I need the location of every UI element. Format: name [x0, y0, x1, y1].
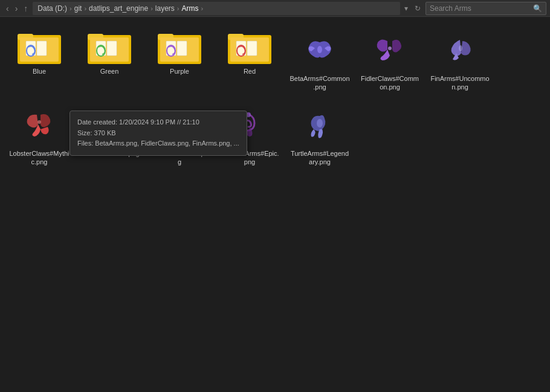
breadcrumb-layers[interactable]: layers [155, 4, 175, 13]
nav-arrows: ‹ › ↑ [4, 2, 30, 14]
svg-point-24 [317, 46, 322, 53]
search-input[interactable] [430, 4, 531, 13]
back-button[interactable]: ‹ [4, 2, 11, 14]
search-icon: 🔍 [533, 4, 542, 13]
sep-3: › [150, 5, 153, 12]
folder-blue-icon [18, 28, 61, 64]
breadcrumb-datlips[interactable]: datlips_art_engine [89, 4, 148, 13]
up-button[interactable]: ↑ [21, 2, 30, 14]
lobster-claws-label: LobsterClaws#Mythic.png [9, 149, 70, 167]
sep-5: › [201, 5, 204, 12]
svg-point-31 [317, 119, 323, 127]
tooltip-popup: Date created: 1/20/2024 9:10 PM // 21:10… [70, 111, 247, 156]
folder-red[interactable]: Red [216, 23, 283, 94]
svg-rect-22 [247, 41, 257, 56]
main-area: Blue Green [0, 17, 550, 392]
lobster-claws-icon [18, 103, 61, 146]
folder-purple-icon [158, 28, 201, 64]
file-fin-arms[interactable]: FinArms#Uncommon.png [427, 23, 493, 94]
breadcrumb-dropdown[interactable]: ▾ [403, 3, 410, 14]
refresh-button[interactable]: ↻ [412, 3, 423, 14]
svg-rect-4 [37, 41, 47, 56]
file-beta-arms[interactable]: BetaArms#Common.png [286, 23, 353, 94]
file-grid: Blue Green [0, 17, 550, 392]
folder-purple[interactable]: Purple [146, 23, 213, 94]
fidler-claws-label: FidlerClaws#Common.png [360, 74, 420, 92]
tooltip-date: Date created: 1/20/2024 9:10 PM // 21:10 [77, 117, 239, 128]
sep-4: › [177, 5, 180, 12]
folder-green-label: Green [100, 67, 119, 76]
folder-green-icon [88, 28, 131, 64]
fin-arms-label: FinArms#Uncommon.png [430, 74, 490, 92]
sep-2: › [84, 5, 86, 12]
svg-point-25 [388, 47, 392, 50]
folder-blue[interactable]: Blue [6, 23, 73, 94]
address-bar: ‹ › ↑ Data (D:) › git › datlips_art_engi… [0, 0, 550, 17]
forward-button[interactable]: › [13, 2, 21, 14]
fidler-claws-icon [368, 28, 412, 71]
breadcrumb-data-d[interactable]: Data (D:) [37, 4, 67, 13]
folder-purple-label: Purple [170, 67, 189, 76]
beta-arms-label: BetaArms#Common.png [290, 74, 350, 92]
file-lobster-claws[interactable]: LobsterClaws#Mythic.png [6, 98, 73, 169]
breadcrumb: Data (D:) › git › datlips_art_engine › l… [33, 2, 400, 15]
tooltip-size: Size: 370 KB [77, 128, 239, 139]
search-box: 🔍 [425, 2, 546, 15]
svg-rect-10 [107, 41, 117, 56]
beta-arms-icon [298, 28, 341, 71]
breadcrumb-git[interactable]: git [74, 4, 82, 13]
breadcrumb-arms: Arms [182, 4, 199, 13]
svg-rect-16 [177, 41, 187, 56]
sep-1: › [70, 5, 72, 12]
fin-arms-icon [438, 28, 482, 71]
file-fidler-claws[interactable]: FidlerClaws#Common.png [357, 23, 423, 94]
turtle-arms-label: TurtleArms#Legendary.png [290, 149, 350, 167]
svg-point-27 [37, 120, 41, 124]
svg-point-26 [459, 45, 462, 51]
folder-green[interactable]: Green [76, 23, 143, 94]
file-turtle-arms[interactable]: TurtleArms#Legendary.png [286, 98, 353, 169]
tooltip-files: Files: BetaArms.png, FidlerClaws.png, Fi… [77, 138, 239, 149]
turtle-arms-icon [298, 103, 341, 146]
folder-red-icon [228, 28, 271, 64]
folder-red-label: Red [244, 67, 256, 76]
folder-blue-label: Blue [33, 67, 46, 76]
